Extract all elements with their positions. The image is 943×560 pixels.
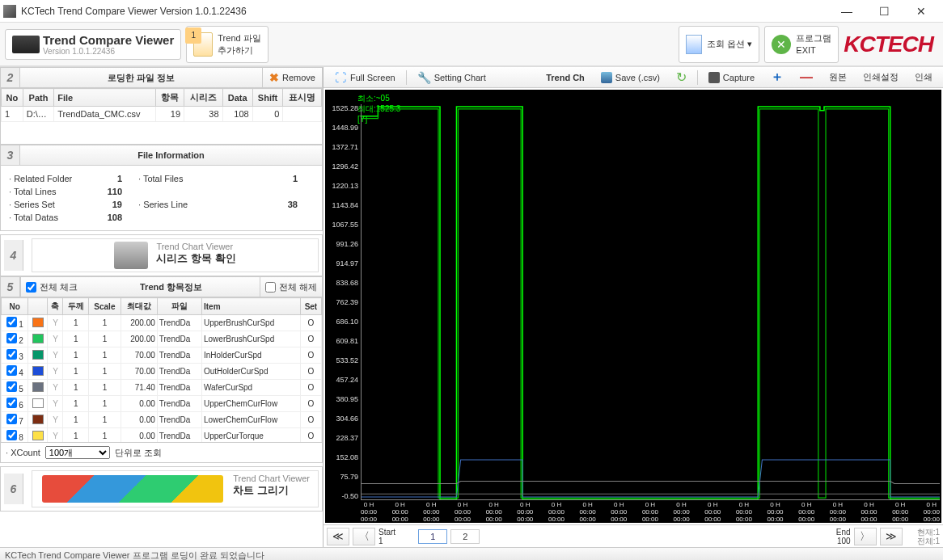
exit-button[interactable]: ✕ 프로그램 EXIT xyxy=(764,26,839,63)
section-3-title: File Information xyxy=(20,150,322,160)
table-row[interactable]: 1 Y11 200.00TrendDa UpperBrushCurSpdO xyxy=(2,315,322,331)
minus-icon: — xyxy=(800,70,813,85)
waveform-icon xyxy=(12,36,40,53)
badge-number: 1 xyxy=(185,27,201,44)
app-version: Version 1.0.1.22436 xyxy=(43,47,174,56)
check-all-checkbox[interactable]: 전체 체크 xyxy=(20,277,82,297)
page-last-button[interactable]: ≫ xyxy=(880,528,903,545)
section-number-4: 4 xyxy=(4,240,23,271)
xcount-select[interactable]: 100개 xyxy=(45,446,110,459)
setting-chart-button[interactable]: 🔧 Setting Chart xyxy=(410,69,493,86)
table-row[interactable]: 7 Y11 0.00TrendDa LowerChemCurFlowO xyxy=(2,412,322,428)
app-title-block: Trend Compare Viewer Version 1.0.1.22436 xyxy=(5,29,181,60)
plot-area xyxy=(361,104,940,500)
plus-icon: ＋ xyxy=(771,69,784,86)
zoom-in-button[interactable]: ＋ xyxy=(763,69,791,86)
remove-icon: ✖ xyxy=(269,71,279,84)
refresh-icon: ↻ xyxy=(676,69,687,85)
x-axis: 0 H 00:00 00:000 H 00:00 00:000 H 00:00 … xyxy=(361,502,940,523)
y-axis: 1525.281448.991372.711296.421220.131143.… xyxy=(325,104,361,500)
print-button[interactable]: 인쇄 xyxy=(907,69,940,86)
section-number-2: 2 xyxy=(1,68,20,87)
pager-bar: ≪ 〈 Start1 1 2 End100 〉 ≫ 현재:1전체:1 xyxy=(323,524,943,547)
uncheck-all-checkbox[interactable]: 전체 해제 xyxy=(260,277,322,297)
section-3-header: 3 File Information xyxy=(0,145,323,166)
status-bar: KCTech Trend Compare Viewer 프로그램 로딩이 완료 … xyxy=(0,547,943,560)
wrench-icon: 🔧 xyxy=(417,71,431,84)
section-number-3: 3 xyxy=(1,145,20,165)
trend-ch-label: Trend Ch xyxy=(539,69,592,86)
fullscreen-icon: ⛶ xyxy=(334,71,347,84)
section-5-header: 5 전체 체크 Trend 항목정보 전체 해제 xyxy=(0,276,323,297)
kctech-logo: KCTECH xyxy=(844,32,933,57)
page-1-button[interactable]: 1 xyxy=(418,529,447,544)
loaded-files-table: No Path File 항목 시리즈 Data Shift 표시명 1 D:\… xyxy=(1,88,322,122)
table-row[interactable]: 3 Y11 70.00TrendDa InHolderCurSpdO xyxy=(2,347,322,364)
section-6-panel: 6 Trend Chart Viewer 차트 그리기 xyxy=(0,466,323,512)
remove-button[interactable]: ✖ Remove xyxy=(262,68,322,87)
section-2-header: 2 로딩한 파일 정보 ✖ Remove xyxy=(0,67,323,88)
confirm-series-button[interactable]: Trend Chart Viewer 시리즈 항목 확인 xyxy=(32,238,319,272)
section-4-panel: 4 Trend Chart Viewer 시리즈 항목 확인 xyxy=(0,234,323,276)
page-start-label: Start1 xyxy=(378,528,395,545)
page-prev-button[interactable]: 〈 xyxy=(353,528,375,545)
titlebar: KCTech Trend Compare Viewer Version 1.0.… xyxy=(0,0,943,23)
zoom-out-button[interactable]: — xyxy=(793,69,820,86)
page-end-label: End100 xyxy=(836,528,851,545)
window-title: KCTech Trend Compare Viewer Version 1.0.… xyxy=(21,6,828,17)
server-icon xyxy=(114,242,148,269)
file-information-panel: Related Folder 1 Total Files 1 Total Lin… xyxy=(0,166,323,231)
reload-button[interactable]: ↻ xyxy=(669,69,694,86)
document-icon xyxy=(686,35,702,54)
table-row[interactable]: 5 Y11 71.40TrendDa WaferCurSpdO xyxy=(2,380,322,396)
page-first-button[interactable]: ≪ xyxy=(327,528,349,545)
chart-svg xyxy=(362,104,940,499)
page-next-button[interactable]: 〉 xyxy=(854,528,877,545)
draw-chart-button[interactable]: Trend Chart Viewer 차트 그리기 xyxy=(32,470,319,507)
series-table: No축 두께Scale 최대값파일 ItemSet 1 Y11 200.00Tr… xyxy=(1,297,322,443)
maximize-button[interactable]: ☐ xyxy=(865,0,903,23)
page-counter: 현재:1전체:1 xyxy=(917,528,940,545)
close-button[interactable]: ✕ xyxy=(903,0,940,23)
page-2-button[interactable]: 2 xyxy=(450,529,480,544)
chart-toolbar: ⛶ Full Screen 🔧 Setting Chart Trend Ch S… xyxy=(323,67,943,88)
header-toolbar: Trend Compare Viewer Version 1.0.1.22436… xyxy=(0,23,943,66)
table-row[interactable]: 8 Y11 0.00TrendDa UpperCurTorqueO xyxy=(2,428,322,444)
disk-icon xyxy=(601,72,612,83)
capture-button[interactable]: Capture xyxy=(701,69,762,86)
section-number-6: 6 xyxy=(4,474,23,504)
table-row[interactable]: 2 Y11 200.00TrendDa LowerBrushCurSpdO xyxy=(2,331,322,347)
chart-icon xyxy=(42,475,223,503)
xcount-bar: XCount 100개 단위로 조회 xyxy=(0,443,323,463)
minimize-button[interactable]: — xyxy=(828,0,865,23)
exit-icon: ✕ xyxy=(772,35,791,54)
section-2-title: 로딩한 파일 정보 xyxy=(20,72,262,84)
table-row[interactable]: 1 D:\… TrendData_CMC.csv 19 38 108 0 xyxy=(2,107,322,122)
view-option-button[interactable]: 조회 옵션 ▾ xyxy=(679,26,759,63)
print-setting-button[interactable]: 인쇄설정 xyxy=(856,69,906,86)
add-trend-file-button[interactable]: 1 Trend 파일 추가하기 xyxy=(186,26,268,63)
table-row[interactable]: 4 Y11 70.00TrendDa OutHolderCurSpdO xyxy=(2,364,322,380)
section-5-title: Trend 항목정보 xyxy=(82,281,260,293)
save-csv-button[interactable]: Save (.csv) xyxy=(594,69,667,86)
app-icon xyxy=(3,5,16,18)
app-title: Trend Compare Viewer xyxy=(43,33,174,47)
section-number-5: 5 xyxy=(1,277,20,297)
table-row[interactable]: 6 Y11 0.00TrendDa UpperChemCurFlowO xyxy=(2,396,322,412)
camera-icon xyxy=(708,72,720,83)
chart-area[interactable]: 최소:~05 최대:1525.3 [Y] 1525.281448.991372.… xyxy=(325,90,941,523)
original-button[interactable]: 원본 xyxy=(822,69,854,86)
fullscreen-button[interactable]: ⛶ Full Screen xyxy=(327,69,403,86)
